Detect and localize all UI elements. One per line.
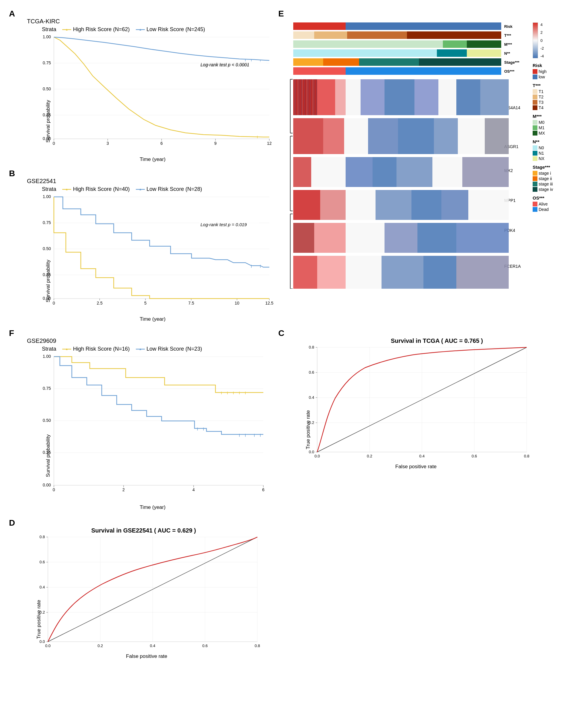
- svg-rect-159: [456, 79, 480, 115]
- svg-text:0.0: 0.0: [309, 450, 314, 454]
- panel-b-legend: Strata High Risk Score (N=40) Low Risk S…: [42, 186, 269, 192]
- svg-text:0.4: 0.4: [309, 395, 314, 400]
- panel-a-title: TCGA-KIRC: [27, 18, 269, 25]
- svg-text:5: 5: [144, 301, 147, 305]
- panel-a-high-risk-legend: High Risk Score (N=62): [62, 26, 130, 33]
- svg-text:Stage***: Stage***: [504, 60, 520, 65]
- panel-c: C Survival in TCGA ( AUC = 0.765 ) True …: [275, 325, 588, 512]
- panel-e-legend: 4 2 0 -2 -4 Risk high: [533, 19, 587, 289]
- legend-M0: M0: [539, 120, 544, 125]
- svg-text:1.00: 1.00: [43, 35, 51, 39]
- panel-f-x-axis: Time (year): [36, 504, 269, 510]
- svg-rect-192: [381, 256, 423, 289]
- svg-text:0.75: 0.75: [43, 60, 51, 65]
- legend-OS-title: OS***: [533, 195, 587, 200]
- svg-rect-158: [438, 79, 456, 115]
- legend-OS: OS*** Alive Dead: [533, 195, 587, 212]
- panel-e: E Risk T*** M*** N** Stage*** OS***: [275, 6, 588, 322]
- svg-rect-151: [293, 79, 317, 115]
- panel-b: B GSE22541 Strata High Risk Score (N=40)…: [6, 166, 272, 322]
- svg-text:4: 4: [192, 487, 195, 492]
- svg-rect-177: [320, 190, 345, 220]
- svg-text:0.75: 0.75: [43, 220, 51, 225]
- panel-d: D Survival in GSE22541 ( AUC = 0.629 ) T…: [6, 515, 272, 663]
- legend-stage-iii: stage iii: [539, 182, 553, 186]
- svg-text:0.50: 0.50: [43, 418, 51, 423]
- gradient-label-4: 4: [541, 22, 544, 27]
- svg-rect-186: [384, 223, 417, 253]
- gradient-label-0: 0: [541, 38, 544, 43]
- legend-T1: T1: [539, 89, 543, 94]
- svg-rect-181: [441, 190, 468, 220]
- svg-text:0: 0: [52, 141, 55, 146]
- svg-rect-106: [467, 49, 501, 57]
- svg-text:3: 3: [107, 141, 109, 146]
- svg-text:0.6: 0.6: [309, 370, 314, 375]
- svg-rect-107: [293, 58, 323, 66]
- panel-a: A TCGA-KIRC Strata High Risk Score (N=62…: [6, 6, 272, 163]
- panel-a-svg: 1.00 0.75 0.50 0.25 0.00 0 3 6 9 12: [36, 34, 275, 157]
- panel-f-label: F: [9, 328, 14, 338]
- svg-rect-96: [345, 22, 501, 30]
- svg-text:6: 6: [161, 141, 163, 146]
- svg-text:6: 6: [262, 487, 265, 492]
- svg-rect-185: [345, 223, 384, 253]
- svg-text:0.50: 0.50: [43, 86, 51, 91]
- svg-text:0.4: 0.4: [40, 585, 45, 589]
- svg-text:1.00: 1.00: [43, 354, 51, 359]
- panel-f-high-risk-legend: High Risk Score (N=16): [62, 346, 130, 352]
- panel-f-low-risk-label: Low Risk Score (N=23): [147, 346, 202, 352]
- svg-rect-112: [345, 67, 501, 75]
- legend-risk-title: Risk: [533, 63, 587, 68]
- legend-risk-high-label: high: [539, 69, 546, 74]
- svg-rect-179: [376, 190, 412, 220]
- panel-c-label: C: [278, 328, 284, 338]
- legend-stage-i: stage i: [539, 171, 551, 176]
- svg-rect-165: [398, 118, 434, 154]
- legend-risk: Risk high low: [533, 63, 587, 79]
- svg-rect-191: [345, 256, 381, 289]
- panel-b-svg: 1.00 0.75 0.50 0.25 0.00 0 2.5 5 7.5 10 …: [36, 194, 275, 317]
- panel-f-high-risk-label: High Risk Score (N=16): [73, 346, 130, 352]
- svg-text:2: 2: [122, 487, 125, 492]
- svg-text:0: 0: [52, 301, 55, 305]
- legend-T-title: T***: [533, 83, 587, 88]
- svg-text:0.00: 0.00: [43, 483, 51, 487]
- svg-rect-102: [443, 40, 467, 48]
- svg-rect-105: [437, 49, 467, 57]
- panel-f-title: GSE29609: [27, 337, 269, 344]
- svg-text:M***: M***: [504, 42, 512, 47]
- svg-text:0.8: 0.8: [255, 643, 260, 648]
- svg-text:Risk: Risk: [504, 24, 512, 29]
- svg-text:0.2: 0.2: [98, 643, 103, 648]
- svg-rect-110: [419, 58, 501, 66]
- svg-rect-100: [407, 31, 501, 39]
- panel-f-svg: 1.00 0.75 0.50 0.25 0.00 0 2 4 6: [36, 354, 275, 503]
- legend-risk-low: low: [533, 75, 587, 79]
- svg-text:0.4: 0.4: [419, 454, 425, 458]
- panel-a-low-risk-label: Low Risk Score (N=245): [147, 26, 205, 33]
- panel-d-y-axis: True positive rate: [36, 600, 42, 639]
- svg-rect-157: [415, 79, 438, 115]
- legend-stage-iv: stage iv: [539, 187, 553, 192]
- svg-rect-99: [347, 31, 407, 39]
- svg-rect-178: [345, 190, 376, 220]
- legend-stage: Stage*** stage i stage ii stage iii stag…: [533, 165, 587, 192]
- legend-dead: Dead: [539, 207, 548, 212]
- legend-M-title: M***: [533, 114, 587, 119]
- svg-rect-152: [317, 79, 335, 115]
- legend-T2: T2: [539, 94, 543, 99]
- legend-stage-title: Stage***: [533, 165, 587, 170]
- svg-rect-184: [314, 223, 345, 253]
- gradient-label-2: 2: [541, 30, 544, 35]
- svg-text:0.0: 0.0: [315, 454, 320, 458]
- svg-rect-190: [317, 256, 345, 289]
- panel-a-high-risk-label: High Risk Score (N=62): [73, 26, 130, 33]
- svg-rect-161: [293, 118, 323, 154]
- svg-rect-175: [462, 157, 509, 187]
- legend-N: N** N0 N1 NX: [533, 139, 587, 161]
- svg-text:12: 12: [267, 141, 272, 146]
- svg-text:T***: T***: [504, 33, 511, 38]
- svg-text:0.8: 0.8: [524, 454, 529, 458]
- main-container: A TCGA-KIRC Strata High Risk Score (N=62…: [0, 0, 588, 669]
